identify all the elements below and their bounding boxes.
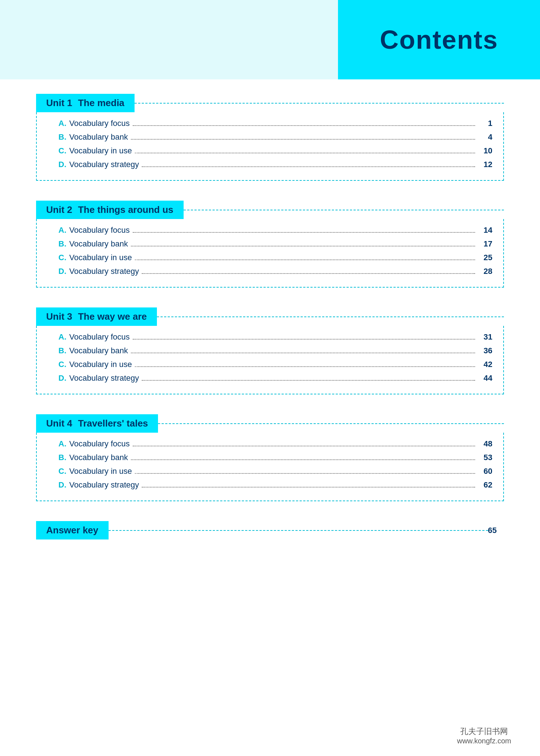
toc-item-1-2: B.Vocabulary bank4 <box>58 132 492 142</box>
answer-key-label: Answer key <box>46 525 98 536</box>
toc-letter-1-1: A. <box>58 119 69 128</box>
toc-letter-2-4: D. <box>58 267 69 276</box>
toc-text-1-1: Vocabulary focus <box>69 119 130 128</box>
toc-dots-3-3 <box>135 366 475 367</box>
unit-dashed-box-2: A.Vocabulary focus14B.Vocabulary bank17C… <box>36 219 504 288</box>
unit-name-2: The things around us <box>78 204 173 215</box>
toc-page-1-4: 12 <box>478 160 492 169</box>
toc-text-4-4: Vocabulary strategy <box>69 480 139 490</box>
unit-header-1: Unit 1The media <box>36 94 135 112</box>
toc-letter-3-3: C. <box>58 360 69 369</box>
unit-header-2: Unit 2The things around us <box>36 201 184 219</box>
unit-block-3: Unit 3The way we areA.Vocabulary focus31… <box>36 307 504 394</box>
answer-key-page: 65 <box>488 526 504 535</box>
toc-dots-3-2 <box>131 353 475 353</box>
toc-item-3-3: C.Vocabulary in use42 <box>58 360 492 369</box>
toc-page-1-1: 1 <box>478 119 492 128</box>
toc-page-2-1: 14 <box>478 226 492 235</box>
unit-number-1: Unit 1 <box>46 97 72 109</box>
toc-page-1-3: 10 <box>478 146 492 156</box>
watermark-line2: www.kongfz.com <box>457 737 511 745</box>
unit-header-row-3: Unit 3The way we are <box>36 307 504 326</box>
toc-letter-1-3: C. <box>58 146 69 156</box>
unit-block-4: Unit 4Travellers' talesA.Vocabulary focu… <box>36 414 504 501</box>
toc-page-3-3: 42 <box>478 360 492 369</box>
unit-dashed-ext-1 <box>135 103 504 104</box>
toc-text-2-1: Vocabulary focus <box>69 226 130 235</box>
unit-content-wrapper-1: A.Vocabulary focus1B.Vocabulary bank4C.V… <box>36 112 504 181</box>
unit-number-2: Unit 2 <box>46 204 72 215</box>
header-cyan-block: Contents <box>338 0 540 79</box>
answer-key-dots <box>109 530 488 531</box>
toc-item-4-3: C.Vocabulary in use60 <box>58 467 492 476</box>
toc-item-4-4: D.Vocabulary strategy62 <box>58 480 492 490</box>
toc-dots-2-2 <box>131 246 475 246</box>
unit-name-1: The media <box>78 97 124 109</box>
toc-letter-3-2: B. <box>58 346 69 355</box>
toc-item-1-1: A.Vocabulary focus1 <box>58 119 492 128</box>
toc-text-3-1: Vocabulary focus <box>69 332 130 342</box>
watermark-line1: 孔夫子旧书网 <box>457 726 511 737</box>
toc-page-3-2: 36 <box>478 346 492 355</box>
toc-dots-4-2 <box>131 459 475 460</box>
toc-text-1-3: Vocabulary in use <box>69 146 132 156</box>
toc-letter-2-1: A. <box>58 226 69 235</box>
toc-dots-1-3 <box>135 153 475 153</box>
watermark: 孔夫子旧书网 www.kongfz.com <box>457 726 511 745</box>
toc-text-1-4: Vocabulary strategy <box>69 160 139 169</box>
unit-number-3: Unit 3 <box>46 311 72 322</box>
answer-key-block: Answer key 65 <box>36 521 504 539</box>
toc-item-2-2: B.Vocabulary bank17 <box>58 239 492 249</box>
toc-item-2-3: C.Vocabulary in use25 <box>58 253 492 262</box>
toc-item-1-3: C.Vocabulary in use10 <box>58 146 492 156</box>
page-title: Contents <box>380 25 498 54</box>
toc-letter-1-2: B. <box>58 132 69 142</box>
toc-item-4-2: B.Vocabulary bank53 <box>58 453 492 462</box>
toc-dots-4-3 <box>135 473 475 474</box>
toc-item-2-4: D.Vocabulary strategy28 <box>58 267 492 276</box>
toc-item-3-4: D.Vocabulary strategy44 <box>58 373 492 383</box>
toc-dots-3-1 <box>133 339 475 340</box>
unit-dashed-box-1: A.Vocabulary focus1B.Vocabulary bank4C.V… <box>36 112 504 181</box>
toc-dots-2-4 <box>142 273 475 274</box>
toc-letter-3-1: A. <box>58 332 69 342</box>
toc-page-2-3: 25 <box>478 253 492 262</box>
toc-text-3-2: Vocabulary bank <box>69 346 128 355</box>
toc-dots-4-4 <box>142 487 475 488</box>
toc-dots-1-2 <box>131 139 475 140</box>
toc-letter-1-4: D. <box>58 160 69 169</box>
unit-dashed-ext-4 <box>158 423 504 424</box>
toc-item-4-1: A.Vocabulary focus48 <box>58 439 492 449</box>
toc-letter-3-4: D. <box>58 373 69 383</box>
units-container: Unit 1The mediaA.Vocabulary focus1B.Voca… <box>36 94 504 501</box>
answer-key-row: Answer key 65 <box>36 521 504 539</box>
toc-page-4-1: 48 <box>478 439 492 449</box>
unit-dashed-ext-3 <box>157 316 504 317</box>
toc-letter-2-3: C. <box>58 253 69 262</box>
unit-header-row-4: Unit 4Travellers' tales <box>36 414 504 433</box>
main-content: Unit 1The mediaA.Vocabulary focus1B.Voca… <box>36 94 504 559</box>
toc-letter-4-2: B. <box>58 453 69 462</box>
unit-name-3: The way we are <box>78 311 147 322</box>
toc-item-3-2: B.Vocabulary bank36 <box>58 346 492 355</box>
unit-name-4: Travellers' tales <box>78 418 148 429</box>
toc-letter-4-3: C. <box>58 467 69 476</box>
toc-text-3-4: Vocabulary strategy <box>69 373 139 383</box>
unit-content-wrapper-4: A.Vocabulary focus48B.Vocabulary bank53C… <box>36 433 504 501</box>
toc-page-1-2: 4 <box>478 132 492 142</box>
toc-text-3-3: Vocabulary in use <box>69 360 132 369</box>
toc-page-3-4: 44 <box>478 373 492 383</box>
toc-page-4-3: 60 <box>478 467 492 476</box>
answer-key-header: Answer key <box>36 521 109 539</box>
toc-page-2-4: 28 <box>478 267 492 276</box>
toc-text-1-2: Vocabulary bank <box>69 132 128 142</box>
toc-letter-2-2: B. <box>58 239 69 249</box>
unit-block-1: Unit 1The mediaA.Vocabulary focus1B.Voca… <box>36 94 504 181</box>
toc-letter-4-1: A. <box>58 439 69 449</box>
unit-content-wrapper-3: A.Vocabulary focus31B.Vocabulary bank36C… <box>36 326 504 394</box>
toc-item-1-4: D.Vocabulary strategy12 <box>58 160 492 169</box>
toc-page-4-2: 53 <box>478 453 492 462</box>
toc-item-2-1: A.Vocabulary focus14 <box>58 226 492 235</box>
toc-text-4-2: Vocabulary bank <box>69 453 128 462</box>
toc-dots-1-4 <box>142 166 475 167</box>
